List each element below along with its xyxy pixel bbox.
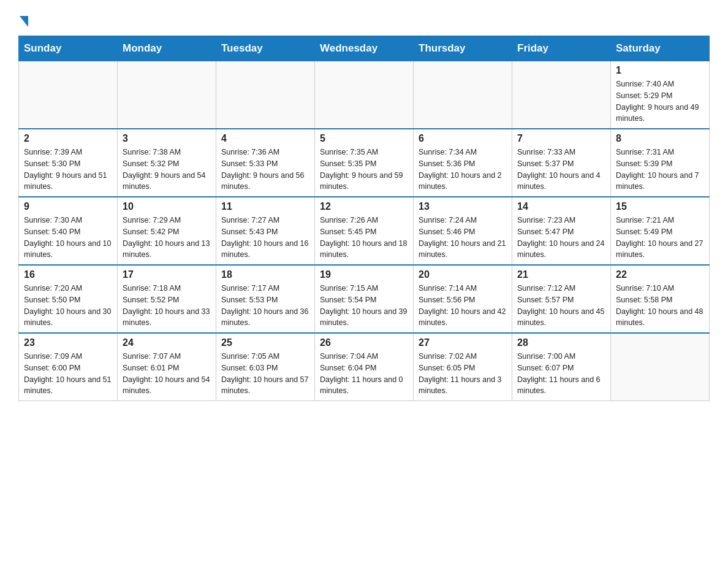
day-number: 18 xyxy=(221,269,309,280)
day-number: 8 xyxy=(616,133,704,144)
day-number: 26 xyxy=(320,337,408,348)
calendar-cell xyxy=(216,61,315,129)
calendar-header-saturday: Saturday xyxy=(611,36,710,61)
calendar-cell: 12Sunrise: 7:26 AM Sunset: 5:45 PM Dayli… xyxy=(315,197,414,265)
day-number: 14 xyxy=(517,201,605,212)
day-number: 25 xyxy=(221,337,309,348)
calendar-cell: 19Sunrise: 7:15 AM Sunset: 5:54 PM Dayli… xyxy=(315,265,414,333)
day-number: 2 xyxy=(24,133,112,144)
day-info: Sunrise: 7:09 AM Sunset: 6:00 PM Dayligh… xyxy=(24,351,112,397)
calendar-header-friday: Friday xyxy=(512,36,611,61)
day-info: Sunrise: 7:29 AM Sunset: 5:42 PM Dayligh… xyxy=(123,215,211,261)
calendar-table: SundayMondayTuesdayWednesdayThursdayFrid… xyxy=(18,36,710,401)
calendar-week-3: 9Sunrise: 7:30 AM Sunset: 5:40 PM Daylig… xyxy=(19,197,710,265)
day-number: 22 xyxy=(616,269,704,280)
day-info: Sunrise: 7:10 AM Sunset: 5:58 PM Dayligh… xyxy=(616,283,704,329)
day-number: 21 xyxy=(517,269,605,280)
calendar-cell: 28Sunrise: 7:00 AM Sunset: 6:07 PM Dayli… xyxy=(512,333,611,401)
calendar-cell: 20Sunrise: 7:14 AM Sunset: 5:56 PM Dayli… xyxy=(414,265,512,333)
calendar-cell: 8Sunrise: 7:31 AM Sunset: 5:39 PM Daylig… xyxy=(611,129,710,197)
calendar-cell: 17Sunrise: 7:18 AM Sunset: 5:52 PM Dayli… xyxy=(118,265,216,333)
day-number: 3 xyxy=(123,133,211,144)
day-number: 5 xyxy=(320,133,408,144)
day-number: 17 xyxy=(123,269,211,280)
calendar-header-tuesday: Tuesday xyxy=(216,36,315,61)
calendar-cell: 4Sunrise: 7:36 AM Sunset: 5:33 PM Daylig… xyxy=(216,129,315,197)
day-number: 16 xyxy=(24,269,112,280)
day-info: Sunrise: 7:39 AM Sunset: 5:30 PM Dayligh… xyxy=(24,147,112,193)
calendar-cell: 1Sunrise: 7:40 AM Sunset: 5:29 PM Daylig… xyxy=(611,61,710,129)
day-number: 4 xyxy=(221,133,309,144)
day-info: Sunrise: 7:34 AM Sunset: 5:36 PM Dayligh… xyxy=(419,147,507,193)
calendar-cell: 7Sunrise: 7:33 AM Sunset: 5:37 PM Daylig… xyxy=(512,129,611,197)
calendar-cell: 15Sunrise: 7:21 AM Sunset: 5:49 PM Dayli… xyxy=(611,197,710,265)
calendar-header-monday: Monday xyxy=(118,36,216,61)
day-number: 13 xyxy=(419,201,507,212)
day-number: 1 xyxy=(616,65,704,76)
day-info: Sunrise: 7:00 AM Sunset: 6:07 PM Dayligh… xyxy=(517,351,605,397)
day-number: 27 xyxy=(419,337,507,348)
calendar-cell: 6Sunrise: 7:34 AM Sunset: 5:36 PM Daylig… xyxy=(414,129,512,197)
calendar-cell xyxy=(611,333,710,401)
day-info: Sunrise: 7:36 AM Sunset: 5:33 PM Dayligh… xyxy=(221,147,309,193)
calendar-header-thursday: Thursday xyxy=(414,36,512,61)
day-info: Sunrise: 7:02 AM Sunset: 6:05 PM Dayligh… xyxy=(419,351,507,397)
day-number: 20 xyxy=(419,269,507,280)
day-info: Sunrise: 7:20 AM Sunset: 5:50 PM Dayligh… xyxy=(24,283,112,329)
day-info: Sunrise: 7:07 AM Sunset: 6:01 PM Dayligh… xyxy=(123,351,211,397)
day-info: Sunrise: 7:26 AM Sunset: 5:45 PM Dayligh… xyxy=(320,215,408,261)
calendar-cell xyxy=(19,61,118,129)
calendar-week-4: 16Sunrise: 7:20 AM Sunset: 5:50 PM Dayli… xyxy=(19,265,710,333)
calendar-week-1: 1Sunrise: 7:40 AM Sunset: 5:29 PM Daylig… xyxy=(19,61,710,129)
calendar-cell: 27Sunrise: 7:02 AM Sunset: 6:05 PM Dayli… xyxy=(414,333,512,401)
day-number: 28 xyxy=(517,337,605,348)
calendar-cell: 21Sunrise: 7:12 AM Sunset: 5:57 PM Dayli… xyxy=(512,265,611,333)
day-info: Sunrise: 7:35 AM Sunset: 5:35 PM Dayligh… xyxy=(320,147,408,193)
day-info: Sunrise: 7:04 AM Sunset: 6:04 PM Dayligh… xyxy=(320,351,408,397)
calendar-week-2: 2Sunrise: 7:39 AM Sunset: 5:30 PM Daylig… xyxy=(19,129,710,197)
day-info: Sunrise: 7:12 AM Sunset: 5:57 PM Dayligh… xyxy=(517,283,605,329)
page-header xyxy=(18,12,710,25)
day-number: 11 xyxy=(221,201,309,212)
calendar-week-5: 23Sunrise: 7:09 AM Sunset: 6:00 PM Dayli… xyxy=(19,333,710,401)
day-number: 6 xyxy=(419,133,507,144)
calendar-cell: 24Sunrise: 7:07 AM Sunset: 6:01 PM Dayli… xyxy=(118,333,216,401)
day-info: Sunrise: 7:38 AM Sunset: 5:32 PM Dayligh… xyxy=(123,147,211,193)
day-info: Sunrise: 7:30 AM Sunset: 5:40 PM Dayligh… xyxy=(24,215,112,261)
day-info: Sunrise: 7:31 AM Sunset: 5:39 PM Dayligh… xyxy=(616,147,704,193)
calendar-header-row: SundayMondayTuesdayWednesdayThursdayFrid… xyxy=(19,36,710,61)
day-number: 15 xyxy=(616,201,704,212)
day-info: Sunrise: 7:18 AM Sunset: 5:52 PM Dayligh… xyxy=(123,283,211,329)
day-info: Sunrise: 7:17 AM Sunset: 5:53 PM Dayligh… xyxy=(221,283,309,329)
calendar-cell: 16Sunrise: 7:20 AM Sunset: 5:50 PM Dayli… xyxy=(19,265,118,333)
day-number: 12 xyxy=(320,201,408,212)
day-info: Sunrise: 7:33 AM Sunset: 5:37 PM Dayligh… xyxy=(517,147,605,193)
calendar-cell: 10Sunrise: 7:29 AM Sunset: 5:42 PM Dayli… xyxy=(118,197,216,265)
calendar-cell: 18Sunrise: 7:17 AM Sunset: 5:53 PM Dayli… xyxy=(216,265,315,333)
calendar-cell xyxy=(512,61,611,129)
calendar-cell: 5Sunrise: 7:35 AM Sunset: 5:35 PM Daylig… xyxy=(315,129,414,197)
calendar-cell: 23Sunrise: 7:09 AM Sunset: 6:00 PM Dayli… xyxy=(19,333,118,401)
day-info: Sunrise: 7:15 AM Sunset: 5:54 PM Dayligh… xyxy=(320,283,408,329)
calendar-header-sunday: Sunday xyxy=(19,36,118,61)
calendar-cell xyxy=(414,61,512,129)
logo xyxy=(18,12,28,25)
calendar-cell: 22Sunrise: 7:10 AM Sunset: 5:58 PM Dayli… xyxy=(611,265,710,333)
calendar-cell: 14Sunrise: 7:23 AM Sunset: 5:47 PM Dayli… xyxy=(512,197,611,265)
calendar-cell xyxy=(118,61,216,129)
day-number: 10 xyxy=(123,201,211,212)
day-number: 23 xyxy=(24,337,112,348)
day-info: Sunrise: 7:23 AM Sunset: 5:47 PM Dayligh… xyxy=(517,215,605,261)
logo-arrow-icon xyxy=(20,16,28,27)
day-number: 19 xyxy=(320,269,408,280)
calendar-cell xyxy=(315,61,414,129)
calendar-cell: 25Sunrise: 7:05 AM Sunset: 6:03 PM Dayli… xyxy=(216,333,315,401)
day-number: 7 xyxy=(517,133,605,144)
calendar-cell: 3Sunrise: 7:38 AM Sunset: 5:32 PM Daylig… xyxy=(118,129,216,197)
day-info: Sunrise: 7:21 AM Sunset: 5:49 PM Dayligh… xyxy=(616,215,704,261)
calendar-cell: 9Sunrise: 7:30 AM Sunset: 5:40 PM Daylig… xyxy=(19,197,118,265)
calendar-cell: 26Sunrise: 7:04 AM Sunset: 6:04 PM Dayli… xyxy=(315,333,414,401)
calendar-cell: 2Sunrise: 7:39 AM Sunset: 5:30 PM Daylig… xyxy=(19,129,118,197)
day-info: Sunrise: 7:40 AM Sunset: 5:29 PM Dayligh… xyxy=(616,79,704,124)
day-number: 9 xyxy=(24,201,112,212)
